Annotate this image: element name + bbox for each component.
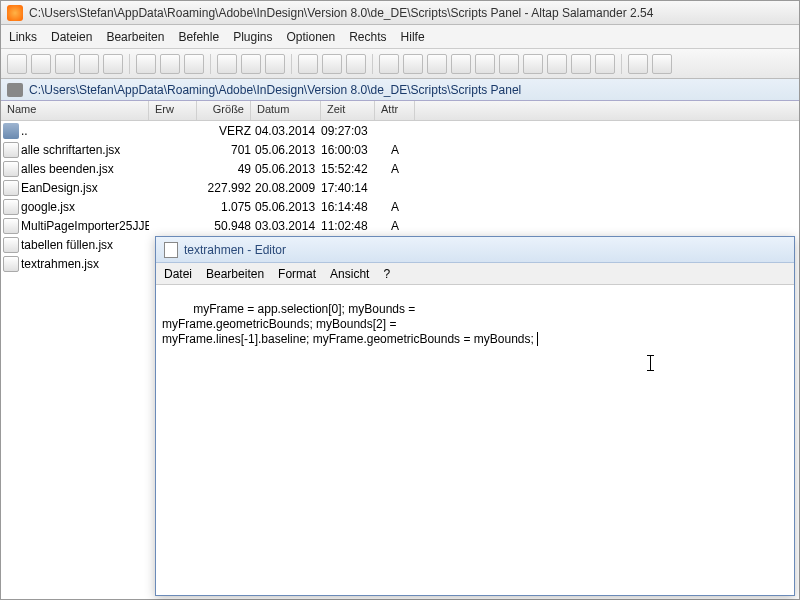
cell-name: google.jsx bbox=[21, 200, 149, 214]
menubar: LinksDateienBearbeitenBefehlePluginsOpti… bbox=[1, 25, 799, 49]
file-icon bbox=[3, 218, 19, 234]
toolbar-app1[interactable] bbox=[379, 54, 399, 74]
cell-name: EanDesign.jsx bbox=[21, 181, 149, 195]
cell-attr: A bbox=[375, 162, 415, 176]
toolbar-cut[interactable] bbox=[136, 54, 156, 74]
cell-datum: 05.06.2013 bbox=[251, 200, 321, 214]
editor-titlebar[interactable]: textrahmen - Editor bbox=[156, 237, 794, 263]
cell-name: tabellen füllen.jsx bbox=[21, 238, 149, 252]
cell-groesse: 49 bbox=[197, 162, 251, 176]
toolbar-props[interactable] bbox=[595, 54, 615, 74]
pathbar[interactable]: C:\Users\Stefan\AppData\Roaming\Adobe\In… bbox=[1, 79, 799, 101]
editor-menu-datei[interactable]: Datei bbox=[164, 267, 192, 281]
editor-menu-format[interactable]: Format bbox=[278, 267, 316, 281]
cell-name: alle schriftarten.jsx bbox=[21, 143, 149, 157]
toolbar bbox=[1, 49, 799, 79]
toolbar-sort[interactable] bbox=[298, 54, 318, 74]
toolbar-app3[interactable] bbox=[427, 54, 447, 74]
toolbar-separator bbox=[210, 54, 211, 74]
toolbar-up[interactable] bbox=[79, 54, 99, 74]
col-erw[interactable]: Erw bbox=[149, 101, 197, 120]
toolbar-app7[interactable] bbox=[523, 54, 543, 74]
folder-up-icon bbox=[3, 123, 19, 139]
cell-datum: 05.06.2013 bbox=[251, 143, 321, 157]
col-zeit[interactable]: Zeit bbox=[321, 101, 375, 120]
file-row[interactable]: MultiPageImporter25JJB.jsx50.94803.03.20… bbox=[1, 216, 799, 235]
toolbar-app8[interactable] bbox=[547, 54, 567, 74]
file-icon bbox=[3, 199, 19, 215]
path-text: C:\Users\Stefan\AppData\Roaming\Adobe\In… bbox=[29, 83, 521, 97]
toolbar-app6[interactable] bbox=[499, 54, 519, 74]
file-row[interactable]: EanDesign.jsx227.99220.08.200917:40:14 bbox=[1, 178, 799, 197]
menu-dateien[interactable]: Dateien bbox=[51, 30, 92, 44]
titlebar[interactable]: C:\Users\Stefan\AppData\Roaming\Adobe\In… bbox=[1, 1, 799, 25]
toolbar-forward[interactable] bbox=[55, 54, 75, 74]
file-icon bbox=[3, 256, 19, 272]
cell-name: .. bbox=[21, 124, 149, 138]
menu-hilfe[interactable]: Hilfe bbox=[401, 30, 425, 44]
cell-datum: 04.03.2014 bbox=[251, 124, 321, 138]
editor-menu-bearbeiten[interactable]: Bearbeiten bbox=[206, 267, 264, 281]
col-groesse[interactable]: Größe bbox=[197, 101, 251, 120]
drive-icon bbox=[7, 83, 23, 97]
toolbar-app2[interactable] bbox=[403, 54, 423, 74]
notepad-window[interactable]: textrahmen - Editor DateiBearbeitenForma… bbox=[155, 236, 795, 596]
toolbar-copy[interactable] bbox=[160, 54, 180, 74]
file-icon bbox=[3, 237, 19, 253]
toolbar-app5[interactable] bbox=[475, 54, 495, 74]
toolbar-cmd[interactable] bbox=[571, 54, 591, 74]
file-icon bbox=[3, 142, 19, 158]
menu-plugins[interactable]: Plugins bbox=[233, 30, 272, 44]
toolbar-separator bbox=[621, 54, 622, 74]
file-row[interactable]: ..VERZ04.03.201409:27:03 bbox=[1, 121, 799, 140]
cell-zeit: 16:14:48 bbox=[321, 200, 375, 214]
file-row[interactable]: alles beenden.jsx4905.06.201315:52:42A bbox=[1, 159, 799, 178]
menu-links[interactable]: Links bbox=[9, 30, 37, 44]
toolbar-app4[interactable] bbox=[451, 54, 471, 74]
editor-title: textrahmen - Editor bbox=[184, 243, 286, 257]
cell-zeit: 09:27:03 bbox=[321, 124, 375, 138]
toolbar-separator bbox=[291, 54, 292, 74]
toolbar-view1[interactable] bbox=[217, 54, 237, 74]
toolbar-cols[interactable] bbox=[346, 54, 366, 74]
cell-groesse: 227.992 bbox=[197, 181, 251, 195]
app-icon bbox=[7, 5, 23, 21]
toolbar-separator bbox=[129, 54, 130, 74]
editor-text: myFrame = app.selection[0]; myBounds = m… bbox=[162, 302, 537, 346]
cell-attr: A bbox=[375, 143, 415, 157]
cell-name: textrahmen.jsx bbox=[21, 257, 149, 271]
file-row[interactable]: alle schriftarten.jsx70105.06.201316:00:… bbox=[1, 140, 799, 159]
cell-groesse: VERZ bbox=[197, 124, 251, 138]
menu-rechts[interactable]: Rechts bbox=[349, 30, 386, 44]
cell-name: MultiPageImporter25JJB.jsx bbox=[21, 219, 149, 233]
toolbar-back[interactable] bbox=[31, 54, 51, 74]
text-cursor bbox=[650, 355, 651, 371]
editor-menu-ansicht[interactable]: Ansicht bbox=[330, 267, 369, 281]
menu-befehle[interactable]: Befehle bbox=[178, 30, 219, 44]
cell-datum: 03.03.2014 bbox=[251, 219, 321, 233]
cell-datum: 20.08.2009 bbox=[251, 181, 321, 195]
file-row[interactable]: google.jsx1.07505.06.201316:14:48A bbox=[1, 197, 799, 216]
column-headers[interactable]: Name Erw Größe Datum Zeit Attr bbox=[1, 101, 799, 121]
toolbar-fav[interactable] bbox=[628, 54, 648, 74]
col-name[interactable]: Name bbox=[1, 101, 149, 120]
toolbar-separator bbox=[372, 54, 373, 74]
toolbar-filter[interactable] bbox=[322, 54, 342, 74]
menu-bearbeiten[interactable]: Bearbeiten bbox=[106, 30, 164, 44]
toolbar-paste[interactable] bbox=[184, 54, 204, 74]
menu-optionen[interactable]: Optionen bbox=[287, 30, 336, 44]
editor-menubar: DateiBearbeitenFormatAnsicht? bbox=[156, 263, 794, 285]
window-title: C:\Users\Stefan\AppData\Roaming\Adobe\In… bbox=[29, 6, 653, 20]
file-icon bbox=[3, 161, 19, 177]
toolbar-folder-new[interactable] bbox=[7, 54, 27, 74]
editor-menu-?[interactable]: ? bbox=[383, 267, 390, 281]
toolbar-home[interactable] bbox=[652, 54, 672, 74]
toolbar-view2[interactable] bbox=[241, 54, 261, 74]
col-attr[interactable]: Attr bbox=[375, 101, 415, 120]
toolbar-view3[interactable] bbox=[265, 54, 285, 74]
cell-groesse: 701 bbox=[197, 143, 251, 157]
editor-textarea[interactable]: myFrame = app.selection[0]; myBounds = m… bbox=[156, 285, 794, 595]
toolbar-refresh[interactable] bbox=[103, 54, 123, 74]
col-datum[interactable]: Datum bbox=[251, 101, 321, 120]
cell-zeit: 15:52:42 bbox=[321, 162, 375, 176]
